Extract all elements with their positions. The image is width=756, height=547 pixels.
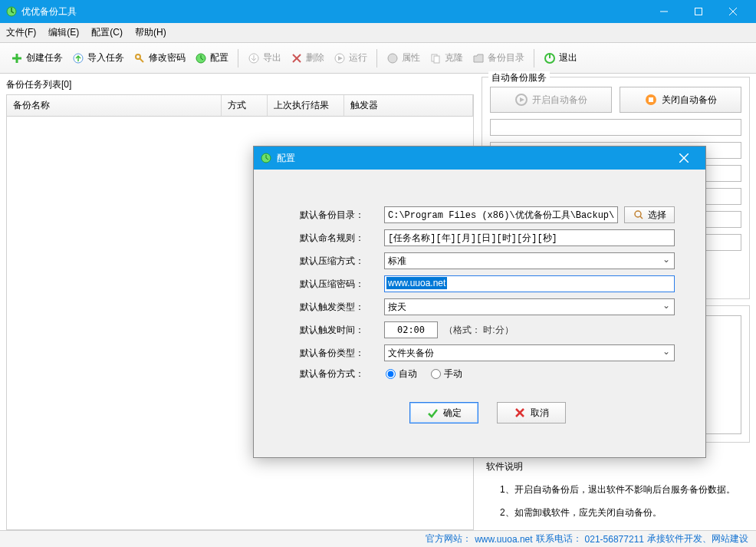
- export-button[interactable]: 导出: [243, 48, 286, 68]
- desc-title: 软件说明: [486, 455, 745, 478]
- software-description: 软件说明 1、开启自动备份后，退出软件不影响后台服务备份数据。 2、如需卸载软件…: [482, 449, 750, 530]
- ok-button[interactable]: 确定: [409, 402, 478, 423]
- label-triggertype: 默认触发类型：: [300, 301, 384, 314]
- col-mode[interactable]: 方式: [222, 95, 268, 116]
- delete-button[interactable]: 删除: [286, 48, 329, 68]
- menu-file[interactable]: 文件(F): [6, 26, 36, 39]
- maximize-button[interactable]: [681, 0, 715, 23]
- status-tail: 承接软件开发、网站建设: [647, 532, 748, 545]
- service-field-1[interactable]: [490, 119, 741, 136]
- run-button[interactable]: 运行: [329, 48, 372, 68]
- dialog-title: 配置: [277, 152, 295, 165]
- triggertime-hint: （格式： 时:分）: [444, 324, 514, 337]
- copy-icon: [429, 52, 442, 64]
- exit-icon: [544, 52, 556, 64]
- svg-rect-24: [649, 97, 653, 102]
- change-password-button[interactable]: 修改密码: [129, 48, 190, 68]
- search-icon: [633, 209, 645, 221]
- svg-marker-22: [520, 97, 524, 102]
- radio-auto[interactable]: 自动: [386, 367, 417, 381]
- exit-button[interactable]: 退出: [539, 48, 582, 68]
- desc-line-2: 2、如需卸载软件，应先关闭自动备份。: [486, 501, 745, 524]
- dialog-titlebar[interactable]: 配置: [254, 147, 705, 170]
- clock-grey-icon: [386, 52, 399, 64]
- backup-dir-button[interactable]: 备份目录: [468, 48, 529, 68]
- input-triggertime[interactable]: [384, 321, 438, 338]
- desc-line-1: 1、开启自动备份后，退出软件不影响后台服务备份数据。: [486, 478, 745, 501]
- plus-icon: [11, 52, 23, 64]
- create-task-button[interactable]: 创建任务: [6, 48, 67, 68]
- separator: [534, 49, 534, 68]
- clone-button[interactable]: 克隆: [425, 48, 468, 68]
- stop-autobackup-button[interactable]: 关闭自动备份: [620, 87, 741, 113]
- import-icon: [72, 52, 84, 64]
- table-header: 备份名称 方式 上次执行结果 触发器: [6, 94, 474, 117]
- dialog-icon: [260, 152, 272, 164]
- titlebar: 优优备份工具: [0, 0, 756, 23]
- delete-icon: [291, 52, 303, 64]
- config-dialog: 配置 默认备份目录： 选择 默认命名规则： 默认压缩方式： 默认压缩密码： ww…: [253, 146, 706, 458]
- col-lastresult[interactable]: 上次执行结果: [268, 95, 344, 116]
- input-backupdir[interactable]: [384, 206, 618, 223]
- label-triggertime: 默认触发时间：: [300, 324, 384, 337]
- statusbar: 官方网站： www.uuoa.net 联系电话： 021-56877211 承接…: [0, 530, 756, 547]
- svg-rect-2: [695, 8, 702, 15]
- separator: [376, 49, 377, 68]
- dialog-body: 默认备份目录： 选择 默认命名规则： 默认压缩方式： 默认压缩密码： www.u…: [254, 170, 705, 457]
- menu-help[interactable]: 帮助(H): [135, 26, 166, 39]
- svg-point-28: [635, 211, 641, 217]
- window-title: 优优备份工具: [21, 5, 646, 18]
- separator: [238, 49, 238, 68]
- import-task-button[interactable]: 导入任务: [67, 48, 129, 68]
- play-grey-icon: [515, 94, 528, 106]
- col-trigger[interactable]: 触发器: [344, 95, 473, 116]
- toolbar: 创建任务 导入任务 修改密码 配置 导出 删除 运行 属性 克隆 备份目录 退出: [0, 43, 756, 74]
- svg-line-9: [140, 58, 143, 62]
- export-icon: [248, 52, 260, 64]
- dialog-close-button[interactable]: [669, 147, 699, 170]
- group-title-service: 自动备份服务: [488, 71, 550, 84]
- status-phone-label: 联系电话：: [536, 532, 582, 545]
- close-button[interactable]: [715, 0, 750, 23]
- stop-icon: [645, 94, 657, 106]
- label-password: 默认压缩密码：: [300, 278, 384, 291]
- select-backuptype[interactable]: [384, 344, 675, 361]
- label-backupmode: 默认备份方式：: [300, 367, 384, 381]
- config-button[interactable]: 配置: [190, 48, 233, 68]
- label-backuptype: 默认备份类型：: [300, 347, 384, 360]
- col-name[interactable]: 备份名称: [7, 95, 222, 116]
- app-icon: [6, 6, 17, 17]
- play-icon: [334, 52, 346, 64]
- input-password[interactable]: www.uuoa.net: [384, 275, 675, 292]
- menubar: 文件(F) 编辑(E) 配置(C) 帮助(H): [0, 23, 756, 43]
- svg-rect-18: [434, 56, 439, 63]
- status-phone: 021-56877211: [585, 534, 644, 545]
- menu-edit[interactable]: 编辑(E): [48, 26, 79, 39]
- svg-line-29: [640, 216, 643, 219]
- status-site-link[interactable]: www.uuoa.net: [475, 534, 532, 545]
- check-icon: [426, 407, 439, 419]
- key-icon: [133, 52, 146, 64]
- input-naming[interactable]: [384, 229, 675, 246]
- task-list-label: 备份任务列表[0]: [6, 77, 474, 94]
- folder-icon: [472, 52, 485, 64]
- cancel-button[interactable]: 取消: [497, 402, 566, 423]
- status-site-label: 官方网站：: [426, 532, 472, 545]
- minimize-button[interactable]: [646, 0, 681, 23]
- label-naming: 默认命名规则：: [300, 232, 384, 245]
- select-compress[interactable]: [384, 252, 675, 269]
- browse-button[interactable]: 选择: [624, 206, 675, 223]
- svg-point-16: [388, 54, 397, 63]
- menu-config[interactable]: 配置(C): [91, 26, 123, 39]
- select-triggertype[interactable]: [384, 298, 675, 315]
- properties-button[interactable]: 属性: [382, 48, 425, 68]
- cancel-icon: [514, 407, 526, 419]
- label-compress: 默认压缩方式：: [300, 255, 384, 268]
- start-autobackup-button[interactable]: 开启自动备份: [490, 87, 612, 113]
- radio-manual[interactable]: 手动: [431, 367, 462, 381]
- clock-icon: [195, 52, 207, 64]
- label-backupdir: 默认备份目录：: [300, 209, 384, 222]
